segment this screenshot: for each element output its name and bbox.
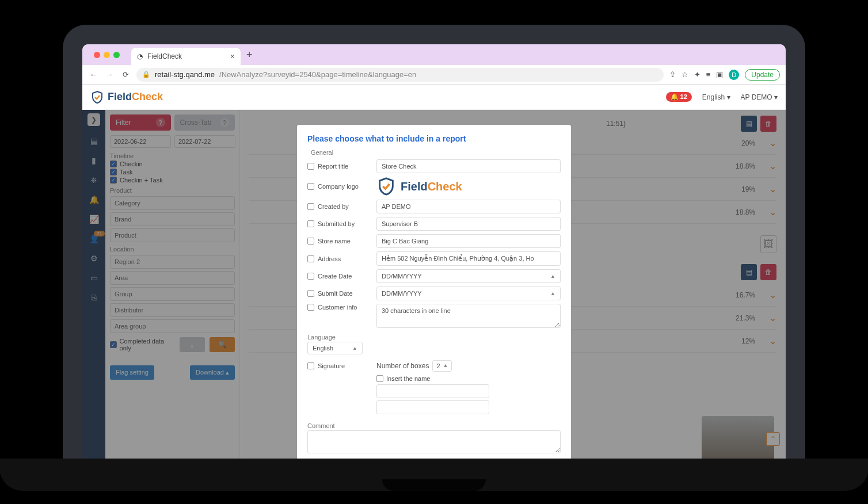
brand-text-b: Check (132, 91, 163, 102)
customer-info-label: Customer info (318, 304, 357, 311)
submitted-by-label: Submitted by (318, 220, 355, 227)
update-button[interactable]: Update (745, 69, 780, 81)
url-input[interactable]: 🔒 retail-stg.qand.me/NewAnalyze?surveyid… (136, 68, 664, 82)
url-host: retail-stg.qand.me (155, 70, 215, 79)
panel-icon[interactable]: ▣ (716, 70, 723, 79)
signature-checkbox[interactable] (307, 362, 314, 369)
report-title-label: Report title (318, 163, 348, 170)
back-button[interactable]: ← (88, 70, 98, 79)
address-checkbox[interactable] (307, 255, 314, 262)
close-window-icon[interactable] (94, 52, 100, 58)
modal-title: Please choose what to include in a repor… (307, 134, 561, 143)
created-by-checkbox[interactable] (307, 203, 314, 210)
comment-label: Comment (307, 422, 561, 429)
shield-check-icon (90, 90, 104, 104)
extensions-icon[interactable]: ✦ (694, 70, 701, 79)
forward-button[interactable]: → (104, 70, 115, 79)
created-by-label: Created by (318, 203, 349, 210)
notification-badge[interactable]: 🔔 12 (666, 92, 692, 102)
submit-date-label: Submit Date (318, 290, 353, 297)
language-dropdown[interactable]: English ▾ (702, 93, 730, 101)
close-tab-icon[interactable]: × (230, 52, 235, 61)
create-date-checkbox[interactable] (307, 273, 314, 280)
submit-date-input[interactable]: DD/MM/YYYY▲ (376, 287, 561, 300)
url-path: /NewAnalyze?surveyid=2540&page=timeline&… (219, 70, 416, 79)
reload-button[interactable]: ⟳ (120, 70, 131, 79)
create-date-input[interactable]: DD/MM/YYYY▲ (376, 269, 561, 283)
modal-overlay: Please choose what to include in a repor… (82, 110, 786, 479)
calendar-icon[interactable]: ▲ (550, 273, 555, 279)
store-name-label: Store name (318, 238, 351, 245)
submitted-by-input[interactable]: Supervisor B (376, 217, 561, 231)
submitted-by-checkbox[interactable] (307, 220, 314, 227)
store-name-input[interactable]: Big C Bac Giang (376, 234, 561, 248)
shield-check-icon (376, 177, 396, 196)
customer-info-textarea[interactable]: 30 characters in one line (376, 304, 561, 328)
app-header: FieldCheck 🔔 12 English ▾ AP DEMO ▾ (82, 85, 786, 110)
report-config-modal: Please choose what to include in a repor… (297, 125, 571, 479)
signature-name-input-1[interactable] (376, 384, 489, 398)
submit-date-checkbox[interactable] (307, 290, 314, 297)
minimize-window-icon[interactable] (104, 52, 110, 58)
customer-info-checkbox[interactable] (307, 304, 314, 311)
new-tab-button[interactable]: + (241, 49, 258, 61)
notification-count: 12 (680, 93, 687, 100)
report-title-checkbox[interactable] (307, 163, 314, 170)
created-by-input[interactable]: AP DEMO (376, 200, 561, 213)
general-heading: General (311, 149, 561, 156)
report-title-input[interactable]: Store Check (376, 159, 561, 173)
calendar-icon[interactable]: ▲ (550, 291, 555, 296)
signature-label: Signature (318, 362, 345, 369)
num-boxes-select[interactable]: 2▲ (432, 360, 452, 372)
address-input[interactable]: Hẻm 502 Nguyễn Đình Chiểu, Phường 4, Quậ… (376, 251, 561, 266)
create-date-label: Create Date (318, 273, 352, 280)
address-label: Address (318, 255, 341, 262)
maximize-window-icon[interactable] (113, 52, 120, 58)
insert-name-checkbox[interactable]: Insert the name (376, 375, 561, 382)
profile-avatar[interactable]: D (729, 70, 739, 80)
company-logo-label: Company logo (318, 183, 359, 190)
share-icon[interactable]: ⇪ (669, 70, 676, 79)
lock-icon: 🔒 (142, 71, 150, 78)
signature-name-input-2[interactable] (376, 400, 489, 414)
bookmark-icon[interactable]: ☆ (682, 70, 688, 79)
window-controls (89, 52, 124, 58)
tab-title: FieldCheck (147, 52, 182, 60)
num-boxes-label: Number of boxes (376, 362, 429, 370)
tab-favicon: ◔ (137, 52, 143, 60)
user-dropdown[interactable]: AP DEMO ▾ (741, 93, 778, 101)
reading-list-icon[interactable]: ≡ (706, 70, 711, 79)
store-name-checkbox[interactable] (307, 238, 314, 245)
browser-tabstrip: ◔ FieldCheck × + (82, 44, 786, 65)
comment-textarea[interactable] (307, 430, 561, 453)
browser-address-bar: ← → ⟳ 🔒 retail-stg.qand.me/NewAnalyze?su… (82, 65, 786, 85)
language-label: Language (307, 334, 561, 341)
company-logo-preview: FieldCheck (376, 177, 462, 196)
language-select[interactable]: English▲ (307, 342, 363, 354)
brand-logo[interactable]: FieldCheck (90, 90, 163, 104)
browser-tab[interactable]: ◔ FieldCheck × (131, 48, 241, 65)
brand-text-a: Field (108, 91, 132, 102)
company-logo-checkbox[interactable] (307, 183, 314, 190)
